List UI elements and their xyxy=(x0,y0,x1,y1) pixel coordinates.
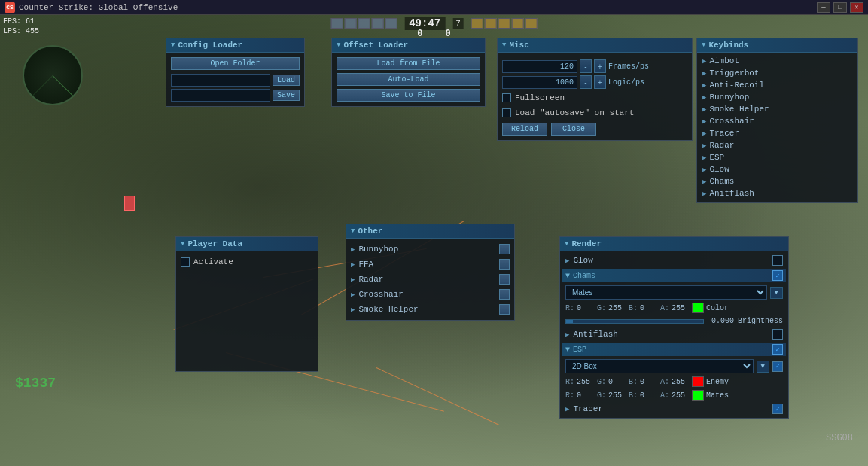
fullscreen-label: Fullscreen xyxy=(515,93,565,102)
activate-checkbox[interactable] xyxy=(181,257,190,267)
logic-minus[interactable]: - xyxy=(580,75,592,89)
glow-checkbox[interactable] xyxy=(772,255,783,266)
other-smokehelper-arrow: ▶ xyxy=(351,306,355,314)
tracer-checkbox[interactable] xyxy=(772,404,783,414)
logic-plus[interactable]: + xyxy=(594,75,606,89)
enemy-label: Enemy xyxy=(706,378,729,386)
render-body: ▶ Glow ▼ Chams Mates Enemies ▼ R: 0 G: 2… xyxy=(560,251,788,418)
other-smokehelper[interactable]: ▶ Smoke Helper xyxy=(349,302,511,317)
kb-tracer[interactable]: ▶Tracer xyxy=(699,127,855,139)
other-crosshair-indicator xyxy=(499,289,510,300)
kb-triggerbot[interactable]: ▶Triggerbot xyxy=(699,67,855,79)
misc-panel: ▼ Misc 120 - + Frames/ps 1000 - + Logic/… xyxy=(497,38,693,141)
kb-esp[interactable]: ▶ESP xyxy=(699,151,855,163)
fullscreen-checkbox[interactable] xyxy=(502,93,511,102)
kb-anitflash-label: Anitflash xyxy=(709,189,754,198)
esp-section-header[interactable]: ▼ ESP xyxy=(562,343,786,356)
kb-smokehelper[interactable]: ▶Smoke Helper xyxy=(699,103,855,115)
esp-label: ESP xyxy=(573,346,586,354)
close-button[interactable]: ✕ xyxy=(850,2,863,13)
glow-row[interactable]: ▶ Glow xyxy=(562,254,786,267)
maximize-button[interactable]: □ xyxy=(833,2,847,13)
chams-enabled-check[interactable] xyxy=(772,270,783,281)
hud-fps-display: FPS: 61 LPS: 455 xyxy=(3,17,39,36)
enemy-color-swatch[interactable] xyxy=(692,376,704,387)
close-misc-button[interactable]: Close xyxy=(551,123,596,136)
misc-arrow-icon: ▼ xyxy=(502,41,506,49)
config-save-input[interactable] xyxy=(171,89,270,102)
kb-glow[interactable]: ▶Glow xyxy=(699,163,855,175)
title-bar: CS Counter-Strike: Global Offensive — □ … xyxy=(0,0,868,15)
kb-antirecoil[interactable]: ▶Anti-Recoil xyxy=(699,79,855,91)
frames-input[interactable]: 120 xyxy=(502,60,577,73)
other-radar-arrow: ▶ xyxy=(351,276,355,284)
chams-section-header[interactable]: ▼ Chams xyxy=(562,269,786,282)
open-folder-button[interactable]: Open Folder xyxy=(171,57,300,70)
kb-smokehelper-arrow: ▶ xyxy=(702,105,706,114)
other-bunnyhop[interactable]: ▶ Bunnyhop xyxy=(349,242,511,257)
chams-color-label: Color xyxy=(706,304,729,312)
chams-mates-row: Mates Enemies ▼ xyxy=(562,284,786,301)
other-bunnyhop-indicator xyxy=(499,244,510,254)
logic-label: Logic/ps xyxy=(608,78,644,87)
esp-box-checkbox[interactable] xyxy=(772,361,783,372)
other-bunnyhop-label: Bunnyhop xyxy=(358,245,495,254)
antiflash-checkbox[interactable] xyxy=(772,329,783,340)
kb-radar[interactable]: ▶Radar xyxy=(699,139,855,151)
kb-bunnyhop[interactable]: ▶Bunnyhop xyxy=(699,91,855,103)
kb-crosshair[interactable]: ▶Crosshair xyxy=(699,115,855,127)
chams-label: Chams xyxy=(573,272,595,280)
kb-anitflash[interactable]: ▶Anitflash xyxy=(699,187,855,199)
load-button[interactable]: Load xyxy=(273,75,300,86)
auto-load-button[interactable]: Auto-Load xyxy=(337,73,480,86)
esp-box-row: 2D Box 3D Box ▼ xyxy=(562,358,786,375)
misc-buttons: Reload Close xyxy=(502,123,687,136)
antiflash-row[interactable]: ▶ Antiflash xyxy=(562,327,786,341)
other-arrow-icon: ▼ xyxy=(351,227,355,235)
minimize-button[interactable]: — xyxy=(817,2,830,13)
kb-bunnyhop-label: Bunnyhop xyxy=(709,93,749,102)
config-arrow-icon: ▼ xyxy=(171,41,175,49)
mates-color-swatch[interactable] xyxy=(692,390,704,401)
kb-radar-label: Radar xyxy=(709,141,734,150)
t-icon-3 xyxy=(498,18,510,29)
chams-color-swatch[interactable] xyxy=(692,303,704,313)
radar-sweep xyxy=(53,75,74,96)
antiflash-arrow: ▶ xyxy=(565,330,569,339)
esp-enabled-check[interactable] xyxy=(772,344,783,355)
config-name-input[interactable] xyxy=(171,74,270,87)
chams-dropdown[interactable]: Mates Enemies xyxy=(565,285,767,300)
chams-dropdown-arrow: ▼ xyxy=(770,287,783,299)
logic-input[interactable]: 1000 xyxy=(502,76,577,89)
load-from-file-button[interactable]: Load from File xyxy=(337,57,480,70)
tracer-row[interactable]: ▶ Tracer xyxy=(562,402,786,416)
other-crosshair[interactable]: ▶ Crosshair xyxy=(349,287,511,302)
kb-glow-label: Glow xyxy=(709,165,729,174)
mates-g-label: G: xyxy=(597,391,606,400)
autosave-checkbox[interactable] xyxy=(502,108,511,117)
esp-box-dropdown[interactable]: 2D Box 3D Box xyxy=(565,359,754,373)
other-smokehelper-label: Smoke Helper xyxy=(358,305,495,314)
other-ffa[interactable]: ▶ FFA xyxy=(349,257,511,272)
render-header: ▼ Render xyxy=(560,237,788,251)
keybinds-arrow-icon: ▼ xyxy=(702,41,705,49)
other-ffa-indicator xyxy=(499,259,510,270)
save-to-file-button[interactable]: Save to File xyxy=(337,89,480,102)
kb-aimbot[interactable]: ▶Aimbot xyxy=(699,55,855,67)
enemy-b-label: B: xyxy=(629,378,638,386)
keybinds-header: ▼ Keybinds xyxy=(697,38,857,53)
frames-minus[interactable]: - xyxy=(580,59,592,73)
kb-crosshair-label: Crosshair xyxy=(709,117,754,126)
other-radar[interactable]: ▶ Radar xyxy=(349,272,511,287)
ct-icon-2 xyxy=(344,18,356,29)
autosave-row: Load "autosave" on start xyxy=(502,107,687,119)
save-button[interactable]: Save xyxy=(273,90,300,101)
other-bunnyhop-arrow: ▶ xyxy=(351,245,355,254)
brightness-slider[interactable] xyxy=(565,319,704,324)
reload-button[interactable]: Reload xyxy=(502,123,547,136)
player-data-body: Activate xyxy=(176,251,318,273)
mates-r-val: 0 xyxy=(577,391,595,400)
frames-plus[interactable]: + xyxy=(594,59,606,73)
kb-chams[interactable]: ▶Chams xyxy=(699,175,855,187)
kb-tracer-label: Tracer xyxy=(709,129,739,138)
